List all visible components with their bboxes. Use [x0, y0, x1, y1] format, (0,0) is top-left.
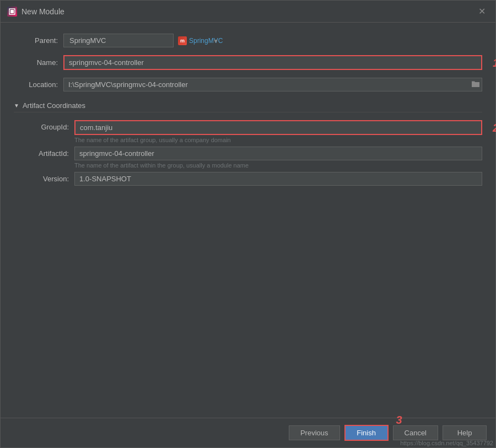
content-spacer: [14, 189, 482, 407]
new-module-dialog: New Module ✕ Parent: SpringMVC ▼ m Sprin…: [0, 0, 496, 448]
artifactid-label: ArtifactId:: [25, 147, 74, 158]
folder-browse-button[interactable]: [471, 80, 480, 89]
maven-label: m SpringMVC: [178, 36, 223, 45]
groupid-label: GroupId:: [25, 120, 74, 131]
groupid-hint: The name of the artifact group, usually …: [74, 137, 482, 143]
name-field-container: 1: [63, 55, 482, 70]
step3-badge: 3: [396, 414, 402, 427]
groupid-input-wrapper: 2: [74, 120, 482, 135]
footer-url: https://blog.csdn.net/qq_35437792: [398, 439, 495, 447]
version-row: Version:: [14, 172, 482, 186]
version-field: [74, 172, 482, 186]
step1-badge: 1: [493, 56, 496, 69]
name-row: Name: 1: [14, 55, 482, 70]
artifactid-field: The name of the artifact within the grou…: [74, 147, 482, 169]
groupid-row: GroupId: 2 The name of the artifact grou…: [14, 120, 482, 143]
artifactid-row: ArtifactId: The name of the artifact wit…: [14, 147, 482, 169]
groupid-field: 2 The name of the artifact group, usuall…: [74, 120, 482, 143]
artifactid-input[interactable]: [74, 147, 482, 160]
finish-wrapper: Finish 3: [344, 425, 389, 441]
maven-icon: m: [178, 36, 187, 45]
parent-dropdown-wrapper: SpringMVC ▼ m SpringMVC: [63, 34, 223, 47]
parent-label: Parent:: [14, 36, 63, 45]
name-input[interactable]: [63, 55, 482, 70]
version-input[interactable]: [74, 172, 482, 186]
svg-rect-1: [10, 10, 14, 13]
app-icon: [7, 7, 17, 17]
dialog-content: Parent: SpringMVC ▼ m SpringMVC Name:: [1, 23, 495, 418]
close-button[interactable]: ✕: [475, 6, 489, 17]
groupid-input[interactable]: [74, 120, 482, 135]
artifact-section: GroupId: 2 The name of the artifact grou…: [14, 120, 482, 189]
collapse-triangle-icon[interactable]: ▼: [14, 102, 19, 109]
location-label: Location:: [14, 80, 63, 89]
location-field-container: [63, 78, 482, 91]
help-button[interactable]: Help: [443, 425, 487, 440]
parent-row: Parent: SpringMVC ▼ m SpringMVC: [14, 34, 482, 47]
artifact-section-header: ▼ Artifact Coordinates: [14, 101, 482, 112]
dialog-footer: Previous Finish 3 Cancel Help https://bl…: [1, 418, 495, 447]
artifact-section-title: Artifact Coordinates: [23, 101, 85, 110]
step2-badge: 2: [493, 121, 496, 134]
dialog-title: New Module: [21, 7, 64, 16]
name-label: Name:: [14, 58, 63, 67]
finish-button[interactable]: Finish: [344, 425, 389, 441]
cancel-button[interactable]: Cancel: [393, 425, 438, 440]
previous-button[interactable]: Previous: [289, 425, 340, 440]
title-bar: New Module ✕: [1, 1, 495, 23]
artifactid-hint: The name of the artifact within the grou…: [74, 162, 482, 169]
title-bar-left: New Module: [7, 7, 64, 17]
location-row: Location:: [14, 78, 482, 91]
parent-dropdown[interactable]: SpringMVC: [63, 34, 174, 47]
parent-field: SpringMVC ▼ m SpringMVC: [63, 34, 482, 47]
version-label: Version:: [25, 172, 74, 183]
location-input[interactable]: [63, 78, 482, 91]
